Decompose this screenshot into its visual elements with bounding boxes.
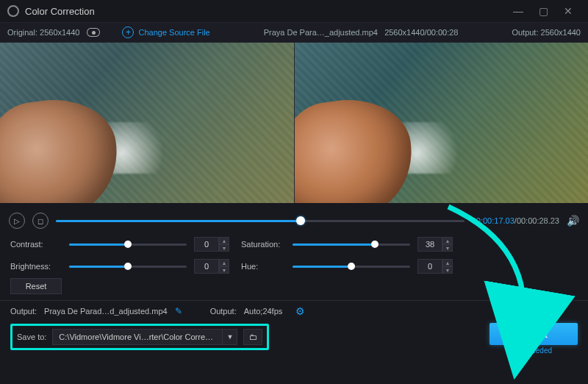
brightness-slider[interactable]	[69, 261, 187, 271]
reset-button[interactable]: Reset	[10, 278, 62, 294]
close-button[interactable]: ✕	[556, 0, 581, 22]
play-button[interactable]: ▷	[9, 213, 25, 229]
settings-gear-icon[interactable]: ⚙	[295, 305, 305, 317]
contrast-slider[interactable]	[69, 239, 187, 249]
saturation-label: Saturation:	[241, 240, 285, 249]
save-to-label: Save to:	[17, 333, 46, 341]
preview-original	[0, 43, 295, 203]
brightness-stepper[interactable]: 0▲▼	[194, 259, 234, 274]
chevron-up-icon[interactable]: ▲	[219, 259, 229, 266]
open-folder-button[interactable]: 🗀	[243, 329, 262, 345]
chevron-down-icon[interactable]: ▼	[219, 244, 229, 252]
original-label: Original: 2560x1440	[7, 28, 79, 37]
plus-circle-icon: +	[122, 26, 134, 38]
edit-filename-icon[interactable]: ✎	[175, 306, 182, 316]
hue-label: Hue:	[241, 262, 285, 271]
maximize-button[interactable]: ▢	[531, 0, 556, 22]
chevron-down-icon[interactable]: ▼	[219, 266, 229, 274]
window-title: Color Correction	[25, 6, 95, 17]
export-status: Succeeded	[490, 346, 578, 355]
stop-button[interactable]: ◻	[32, 213, 49, 229]
chevron-down-icon[interactable]: ▼	[442, 266, 453, 274]
save-path-text: C:\Vidmore\Vidmore Vi…rter\Color Correct…	[53, 333, 222, 341]
chevron-up-icon[interactable]: ▲	[442, 237, 453, 244]
seek-slider[interactable]	[56, 215, 465, 227]
chevron-up-icon[interactable]: ▲	[442, 259, 453, 266]
output-info: Output: 2560x1440	[512, 28, 581, 37]
saturation-slider[interactable]	[293, 239, 410, 249]
adjustments-panel: Contrast: 0▲▼ Saturation: 38▲▼ Brightnes…	[0, 232, 588, 275]
volume-icon[interactable]: 🔊	[567, 215, 579, 227]
export-button[interactable]: Export	[490, 323, 578, 345]
output-row: Output: Praya De Parad…d_adjusted.mp4 ✎ …	[0, 302, 588, 320]
contrast-label: Contrast:	[10, 240, 62, 249]
hue-slider[interactable]	[293, 261, 410, 271]
output-format-label: Output:	[210, 307, 237, 316]
output-file-label: Output:	[10, 307, 37, 316]
app-logo-icon	[7, 5, 19, 17]
save-row: Save to: C:\Vidmore\Vidmore Vi…rter\Colo…	[0, 320, 588, 354]
transport-bar: ▷ ◻ 00:00:17.03/00:00:28.23 🔊	[0, 209, 588, 232]
save-to-highlight: Save to: C:\Vidmore\Vidmore Vi…rter\Colo…	[10, 324, 269, 350]
hue-stepper[interactable]: 0▲▼	[417, 259, 457, 274]
title-bar: Color Correction — ▢ ✕	[0, 0, 588, 22]
output-file-name: Praya De Parad…d_adjusted.mp4	[44, 307, 168, 316]
saturation-stepper[interactable]: 38▲▼	[417, 237, 457, 252]
eye-icon[interactable]	[87, 28, 100, 37]
preview-area	[0, 43, 588, 203]
minimize-button[interactable]: —	[506, 0, 531, 22]
output-format-value: Auto;24fps	[244, 307, 283, 316]
save-path-field[interactable]: C:\Vidmore\Vidmore Vi…rter\Color Correct…	[52, 329, 237, 345]
change-source-label: Change Source File	[138, 28, 209, 37]
brightness-label: Brightness:	[10, 262, 62, 271]
file-info: Praya De Para…_adjusted.mp4 2560x1440/00…	[218, 28, 505, 37]
time-display: 00:00:17.03/00:00:28.23	[472, 216, 559, 225]
path-dropdown-icon[interactable]: ▼	[222, 329, 237, 345]
contrast-stepper[interactable]: 0▲▼	[194, 237, 234, 252]
chevron-down-icon[interactable]: ▼	[442, 244, 453, 252]
chevron-up-icon[interactable]: ▲	[219, 237, 229, 244]
change-source-button[interactable]: + Change Source File	[122, 26, 209, 38]
preview-adjusted	[295, 43, 589, 203]
info-bar: Original: 2560x1440 + Change Source File…	[0, 22, 588, 43]
